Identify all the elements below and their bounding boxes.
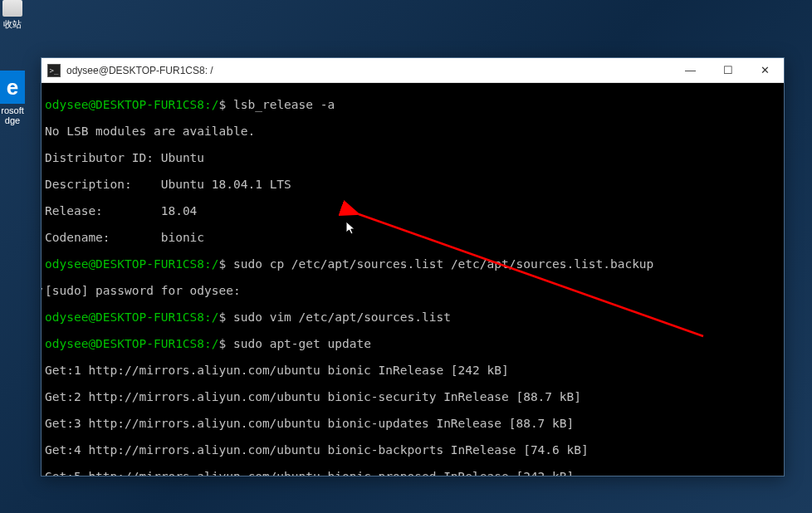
- minimize-button[interactable]: —: [672, 58, 709, 82]
- terminal-line: Get:1 http://mirrors.aliyun.com/ubuntu b…: [45, 364, 780, 377]
- window-controls: — ☐ ✕: [672, 58, 784, 82]
- window-title: odysee@DESKTOP-FUR1CS8: /: [66, 65, 672, 76]
- terminal-line: Get:2 http://mirrors.aliyun.com/ubuntu b…: [45, 390, 780, 403]
- desktop-icon-recycle-bin[interactable]: 收站: [0, 0, 25, 31]
- terminal-line: Release: 18.04: [45, 204, 780, 217]
- close-button[interactable]: ✕: [746, 58, 784, 82]
- terminal-line: odysee@DESKTOP-FUR1CS8:/$ sudo vim /etc/…: [45, 310, 780, 324]
- terminal-line: Get:3 http://mirrors.aliyun.com/ubuntu b…: [45, 417, 780, 430]
- terminal-window: >_ odysee@DESKTOP-FUR1CS8: / — ☐ ✕ odyse…: [41, 57, 785, 476]
- terminal-line: Distributor ID: Ubuntu: [45, 151, 780, 164]
- terminal-line: Get:4 http://mirrors.aliyun.com/ubuntu b…: [45, 443, 780, 457]
- recycle-bin-label: 收站: [3, 19, 22, 29]
- desktop-icon-edge[interactable]: e rosoft dge: [0, 71, 25, 125]
- terminal-line: Codename: bionic: [45, 231, 780, 244]
- recycle-bin-icon: [2, 0, 22, 17]
- terminal-line: v[sudo] password for odysee:: [45, 284, 780, 297]
- terminal-body[interactable]: odysee@DESKTOP-FUR1CS8:/$ lsb_release -a…: [42, 83, 784, 476]
- terminal-line: Description: Ubuntu 18.04.1 LTS: [45, 178, 780, 191]
- terminal-line: odysee@DESKTOP-FUR1CS8:/$ sudo apt-get u…: [45, 337, 780, 350]
- terminal-line: odysee@DESKTOP-FUR1CS8:/$ sudo cp /etc/a…: [45, 257, 780, 271]
- terminal-line: No LSB modules are available.: [45, 125, 780, 138]
- edge-label: rosoft dge: [0, 105, 25, 125]
- terminal-line: Get:5 http://mirrors.aliyun.com/ubuntu b…: [45, 470, 780, 476]
- bash-icon: >_: [47, 64, 61, 77]
- titlebar[interactable]: >_ odysee@DESKTOP-FUR1CS8: / — ☐ ✕: [42, 58, 784, 83]
- maximize-button[interactable]: ☐: [709, 58, 746, 82]
- edge-icon: e: [0, 71, 25, 104]
- terminal-line: odysee@DESKTOP-FUR1CS8:/$ lsb_release -a: [45, 98, 780, 111]
